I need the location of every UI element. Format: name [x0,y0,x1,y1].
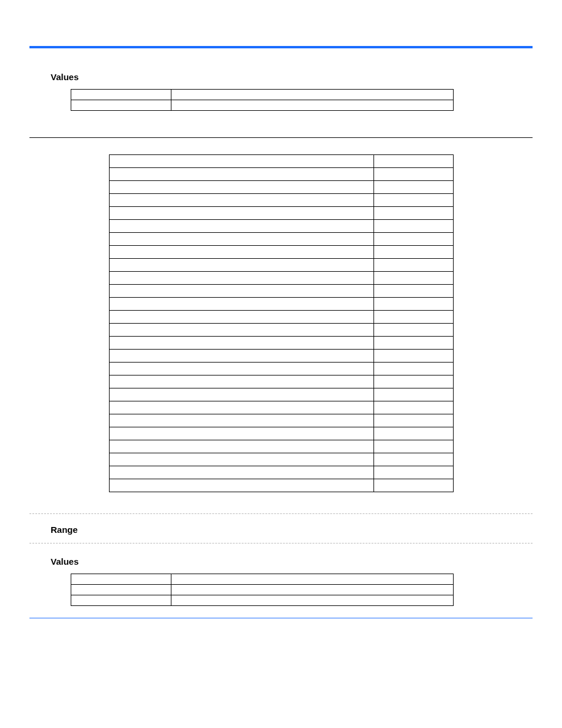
data-value-cell [373,401,453,414]
value-desc-cell [171,574,453,585]
data-name-cell [109,350,373,363]
data-name-cell [109,440,373,453]
data-name-cell [109,453,373,466]
data-name-cell [109,427,373,440]
data-value-cell [373,246,453,259]
data-value-cell [373,311,453,324]
data-name-cell [109,388,373,401]
table-row [109,311,453,324]
data-value-cell [373,272,453,285]
table-row [71,100,454,111]
header-rule-blue [29,46,533,48]
data-value-cell [373,388,453,401]
data-value-cell [373,181,453,194]
table-row [71,585,454,595]
data-name-cell [109,479,373,492]
table-row [109,466,453,479]
footer-rule-blue [29,618,533,618]
values-heading-2: Values [51,556,533,566]
table-row [109,207,453,220]
table-row [109,388,453,401]
data-value-cell [373,220,453,233]
values-table-2 [71,574,454,606]
table-row [109,414,453,427]
data-name-cell [109,324,373,337]
table-row [109,401,453,414]
data-value-cell [373,479,453,492]
value-desc-cell [171,100,453,111]
data-name-cell [109,298,373,311]
value-desc-cell [171,90,453,100]
data-value-cell [373,414,453,427]
section-divider-black [29,137,533,138]
table-row [109,350,453,363]
value-key-cell [71,595,171,606]
table-row [71,90,454,100]
value-key-cell [71,90,171,100]
data-value-cell [373,324,453,337]
data-name-cell [109,207,373,220]
value-key-cell [71,585,171,595]
value-key-cell [71,100,171,111]
table-row [109,168,453,181]
data-value-cell [373,168,453,181]
table-row [109,233,453,246]
data-name-cell [109,414,373,427]
range-heading: Range [51,525,533,535]
table-row [71,574,454,585]
table-row [109,285,453,298]
data-value-cell [373,194,453,207]
data-value-cell [373,207,453,220]
data-value-cell [373,298,453,311]
data-value-cell [373,375,453,388]
table-row [109,272,453,285]
data-value-cell [373,285,453,298]
data-name-cell [109,194,373,207]
data-name-cell [109,272,373,285]
data-value-cell [373,466,453,479]
table-row [109,155,453,168]
table-row [71,595,454,606]
table-row [109,181,453,194]
data-name-cell [109,375,373,388]
table-row [109,479,453,492]
table-row [109,337,453,350]
values-heading-1: Values [51,72,533,82]
table-row [109,194,453,207]
data-name-cell [109,363,373,375]
data-name-cell [109,220,373,233]
data-name-cell [109,311,373,324]
data-value-cell [373,427,453,440]
data-value-cell [373,155,453,168]
table-row [109,440,453,453]
data-name-cell [109,233,373,246]
value-desc-cell [171,595,453,606]
data-name-cell [109,401,373,414]
data-value-cell [373,259,453,272]
table-row [109,375,453,388]
data-value-cell [373,440,453,453]
data-value-cell [373,363,453,375]
data-name-cell [109,285,373,298]
value-desc-cell [171,585,453,595]
table-row [109,363,453,375]
table-row [109,246,453,259]
data-value-cell [373,453,453,466]
data-name-cell [109,337,373,350]
data-value-cell [373,350,453,363]
data-name-cell [109,246,373,259]
table-row [109,324,453,337]
data-name-cell [109,259,373,272]
table-row [109,298,453,311]
table-row [109,427,453,440]
document-page: Values Range Values [0,0,562,642]
table-row [109,259,453,272]
data-name-cell [109,155,373,168]
dashed-divider-1 [29,513,533,514]
data-value-cell [373,233,453,246]
values-table-1 [71,89,454,111]
table-row [109,453,453,466]
data-name-cell [109,168,373,181]
data-value-cell [373,337,453,350]
value-key-cell [71,574,171,585]
